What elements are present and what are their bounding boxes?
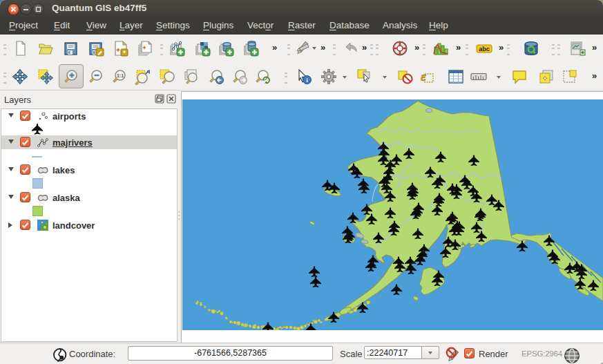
svg-text:ε: ε xyxy=(421,70,426,84)
svg-text:1:1: 1:1 xyxy=(117,73,124,78)
svg-text:abc: abc xyxy=(479,46,490,52)
